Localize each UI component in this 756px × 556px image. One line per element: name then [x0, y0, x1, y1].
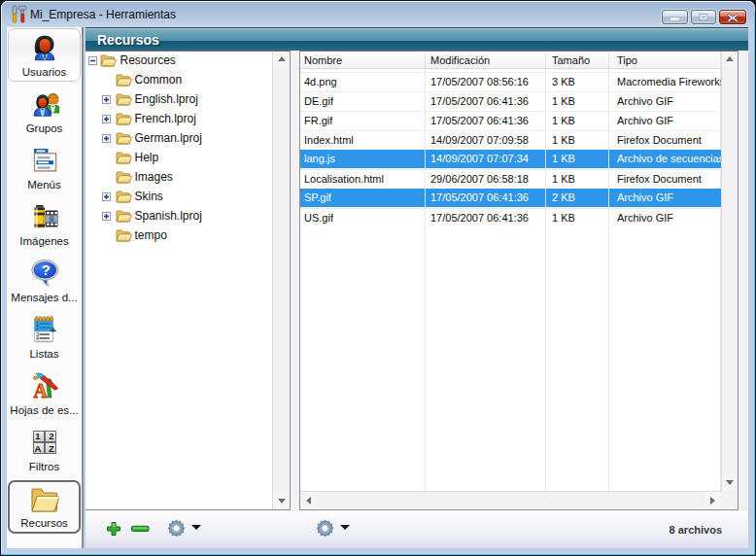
svg-text:2: 2 — [36, 325, 39, 330]
svg-text:1: 1 — [35, 431, 41, 441]
svg-text:4: 4 — [36, 335, 39, 341]
svg-text:Z: Z — [49, 443, 54, 454]
svg-text:2: 2 — [49, 431, 53, 441]
svg-text:?: ? — [41, 262, 50, 278]
svg-text:A: A — [34, 443, 41, 454]
